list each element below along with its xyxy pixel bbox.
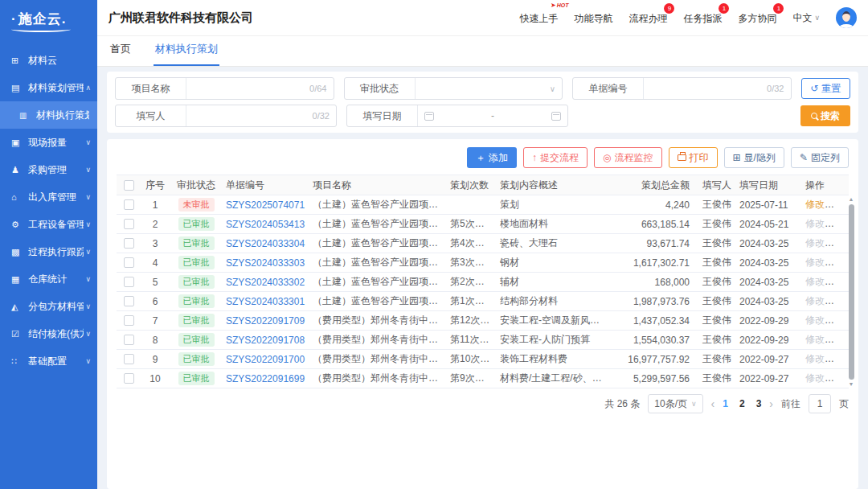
edit-action[interactable]: 修改 <box>805 199 825 210</box>
date-cell: 2024-03-25 <box>736 296 802 307</box>
sidebar-menu-item[interactable]: ▩ 过程执行跟踪 ∨ <box>0 238 97 265</box>
top-nav-item[interactable]: 流程办理 9 <box>628 10 667 26</box>
doc-number-link[interactable]: SZYS2024033301 <box>226 296 305 307</box>
approval-check-icon: ☑ <box>11 329 24 339</box>
sidebar-menu-item[interactable]: ▣ 现场报量 ∨ <box>0 129 97 156</box>
sidebar-menu-item[interactable]: ▥ 材料执行策划 <box>0 101 97 129</box>
row-checkbox[interactable] <box>124 315 134 326</box>
doc-number-link[interactable]: SZYS2022091709 <box>226 315 305 327</box>
doc-number-link[interactable]: SZYS2022091699 <box>226 373 305 384</box>
sidebar-menu-item[interactable]: ⊞ 材料云 <box>0 47 97 74</box>
page-number[interactable]: 1 <box>723 398 728 409</box>
project-name-cell: （费用类型）郑州冬青街中学项目 <box>309 352 447 366</box>
top-nav-item[interactable]: 功能导航 <box>574 10 612 26</box>
language-selector[interactable]: 中文 ∨ <box>792 11 820 25</box>
project-name-cell: （土建）蓝色智谷产业园项目施工总承包工程 <box>309 294 447 308</box>
sidebar-menu-item[interactable]: ⚙ 工程设备管理 ∨ <box>0 211 97 238</box>
edit-action[interactable]: 修改 <box>805 237 825 249</box>
sidebar-menu-item[interactable]: ☑ 结付核准(供方报) ∨ <box>0 320 97 347</box>
project-name-input[interactable]: 0/64 <box>186 78 334 99</box>
flow-monitor-button[interactable]: ◎ 流程监控 <box>594 147 661 168</box>
scroll-up-icon[interactable]: ▲ <box>849 195 854 203</box>
filler-cell: 王俊伟 <box>699 314 736 327</box>
row-checkbox[interactable] <box>124 199 134 210</box>
chevron-down-icon: ∨ <box>814 14 820 22</box>
fix-columns-button[interactable]: ✎ 固定列 <box>791 147 849 168</box>
page-tab[interactable]: 材料执行策划 <box>154 42 219 66</box>
table-row: 1 未审批 SZYS2025074071 （土建）蓝色智谷产业园项目施工总承包工… <box>117 195 849 215</box>
doc-number-link[interactable]: SZYS2022091708 <box>226 335 305 346</box>
row-checkbox[interactable] <box>124 296 134 306</box>
doc-number-link[interactable]: SZYS2024033302 <box>226 277 305 288</box>
table-row: 5 已审批 SZYS2024033302 （土建）蓝色智谷产业园项目施工总承包工… <box>117 273 849 292</box>
row-checkbox[interactable] <box>124 277 134 287</box>
row-checkbox[interactable] <box>124 354 134 364</box>
doc-number-link[interactable]: SZYS2025074071 <box>226 199 305 211</box>
show-hide-columns-button[interactable]: ⊞ 显/隐列 <box>724 147 784 168</box>
row-checkbox[interactable] <box>124 219 134 229</box>
sidebar-menu-item[interactable]: ⌂ 出入库管理 ∨ <box>0 183 97 211</box>
edit-action[interactable]: 修改 <box>805 276 825 287</box>
select-all-checkbox[interactable] <box>124 180 134 191</box>
top-nav-label: 快速上手 <box>519 13 558 24</box>
edit-action[interactable]: 修改 <box>805 257 825 268</box>
doc-number-link[interactable]: SZYS2024033304 <box>226 238 305 249</box>
doc-number-field: 单据编号 0/32 <box>572 77 792 100</box>
col-header-no: 序号 <box>141 179 170 192</box>
edit-action[interactable]: 修改 <box>805 372 825 384</box>
project-name-label: 项目名称 <box>116 78 186 99</box>
scrollbar-thumb[interactable] <box>849 204 854 380</box>
next-page-arrow[interactable]: › <box>769 397 773 410</box>
plan-times-cell: 第4次策划 <box>447 236 497 250</box>
add-button[interactable]: ＋ 添加 <box>467 147 517 168</box>
fill-date-range-picker[interactable]: - <box>418 105 567 126</box>
top-nav-item[interactable]: 任务指派 1 <box>683 10 722 26</box>
row-checkbox[interactable] <box>124 257 134 268</box>
goto-page-input[interactable]: 1 <box>809 394 831 413</box>
doc-number-input[interactable]: 0/32 <box>644 78 791 99</box>
date-cell: 2024-05-21 <box>736 219 802 230</box>
edit-action[interactable]: 修改 <box>805 353 825 364</box>
site-report-icon: ▣ <box>11 138 24 148</box>
plan-times-cell: 第10次策划 <box>447 352 497 366</box>
page-number[interactable]: 3 <box>756 398 762 409</box>
page-tab[interactable]: 首页 <box>108 42 133 66</box>
row-checkbox[interactable] <box>124 373 134 384</box>
edit-action[interactable]: 修改 <box>805 314 825 326</box>
page-size-select[interactable]: 10条/页 ∨ <box>648 394 702 413</box>
project-name-field: 项目名称 0/64 <box>115 77 334 100</box>
scroll-down-icon[interactable]: ▼ <box>849 380 854 388</box>
approval-status-select[interactable]: ∨ <box>416 78 563 99</box>
sidebar-menu-item[interactable]: ◭ 分包方材料管理 ∨ <box>0 293 97 320</box>
edit-action[interactable]: 修改 <box>805 218 825 229</box>
search-button[interactable]: 搜索 <box>800 105 850 126</box>
doc-number-link[interactable]: SZYS2024053413 <box>226 219 305 230</box>
reset-button[interactable]: ↺ 重置 <box>801 78 850 99</box>
print-button[interactable]: 打印 <box>669 147 718 168</box>
page-number[interactable]: 2 <box>739 398 745 409</box>
doc-number-link[interactable]: SZYS2024033303 <box>226 257 305 269</box>
amount-cell: 1,987,973.76 <box>609 296 699 307</box>
prev-page-arrow[interactable]: ‹ <box>711 397 715 410</box>
sidebar-menu-item[interactable]: ▤ 材料策划管理 ∧ <box>0 74 97 101</box>
submit-flow-button[interactable]: ↑ 提交流程 <box>523 147 588 168</box>
edit-action[interactable]: 修改 <box>805 334 825 345</box>
doc-number-link[interactable]: SZYS2022091700 <box>226 354 305 365</box>
table-vertical-scrollbar[interactable]: ▲ ▼ <box>846 195 856 388</box>
sidebar-menu-item[interactable]: ▦ 仓库统计 ∨ <box>0 265 97 293</box>
top-nav-item[interactable]: 多方协同 1 <box>738 10 776 26</box>
sidebar-menu-item[interactable]: ∷ 基础配置 ∨ <box>0 347 97 375</box>
sidebar-item-label: 工程设备管理 <box>28 218 84 232</box>
config-icon: ∷ <box>11 356 24 367</box>
row-checkbox[interactable] <box>124 335 134 345</box>
company-name: 广州联君软件科技有限公司 <box>108 10 253 26</box>
sidebar-menu-item[interactable]: ♟ 采购管理 ∨ <box>0 156 97 183</box>
execution-doc-icon: ▥ <box>19 111 32 120</box>
search-icon <box>811 113 817 119</box>
edit-action[interactable]: 修改 <box>805 295 825 306</box>
row-checkbox[interactable] <box>124 238 134 249</box>
top-nav-item[interactable]: 快速上手 HOT <box>519 10 558 26</box>
filler-input[interactable]: 0/32 <box>186 105 336 126</box>
user-avatar[interactable] <box>836 7 857 28</box>
table-row: 4 已审批 SZYS2024033303 （土建）蓝色智谷产业园项目施工总承包工… <box>117 253 849 273</box>
